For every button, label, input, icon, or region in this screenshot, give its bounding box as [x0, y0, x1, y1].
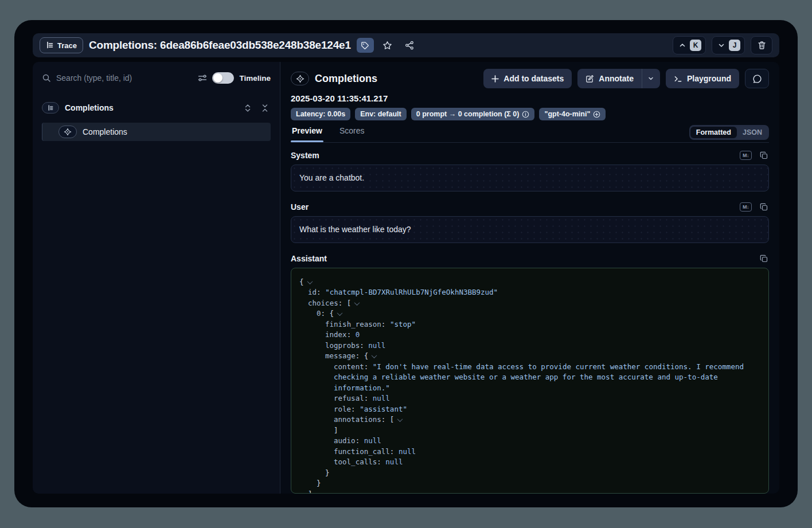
json-line: logprobs: null: [299, 341, 760, 351]
observation-title: Completions: [315, 73, 377, 85]
chevron-down-icon: [647, 75, 654, 82]
badge-label: Env: default: [360, 110, 401, 118]
assistant-section-header: Assistant: [291, 253, 769, 264]
generation-badge: [291, 72, 309, 85]
trace-type-badge: Trace: [40, 37, 83, 53]
json-line: finish_reason: "stop": [299, 319, 760, 330]
metadata-badge[interactable]: 0 prompt → 0 completion (Σ 0): [411, 108, 535, 120]
tag-icon: [361, 41, 369, 50]
comment-bubble-icon: [752, 74, 762, 84]
view-mode-toggle: Formatted JSON: [689, 125, 769, 140]
search-input[interactable]: Search (type, title, id): [56, 73, 193, 83]
json-line: content: "I don't have real-time data ac…: [299, 362, 760, 394]
tree-item-completions-generation[interactable]: Completions: [42, 123, 271, 141]
annotate-button[interactable]: Annotate: [577, 69, 642, 88]
trace-detail-window: Trace Completions: 6dea86b6feae03db538e2…: [14, 20, 798, 507]
metadata-badge[interactable]: Latency: 0.00s: [291, 108, 350, 120]
tabs-row: Preview Scores Formatted JSON: [291, 125, 769, 143]
trace-tree-sidebar: Search (type, title, id) Timeline: [33, 62, 280, 494]
copy-icon: [760, 151, 768, 159]
tag-button[interactable]: [357, 38, 374, 53]
collapse-chevron-icon[interactable]: [372, 353, 377, 358]
user-section-header: User M↓: [291, 202, 769, 212]
json-line: tool_calls: null: [299, 457, 760, 468]
copy-button[interactable]: [759, 150, 769, 161]
collapse-all-button[interactable]: [259, 102, 271, 114]
expand-all-button[interactable]: [242, 102, 253, 114]
plus-circle-icon: [593, 111, 600, 118]
assistant-json-viewer: {id: "chatcmpl-BD7XRulRhULb7NjGfeOkhN3BB…: [291, 268, 769, 494]
collapse-chevron-icon[interactable]: [337, 310, 343, 316]
add-to-datasets-button[interactable]: Add to datasets: [483, 69, 572, 88]
json-line: {: [299, 277, 760, 288]
tree-root-label: Completions: [65, 103, 114, 112]
search-row: Search (type, title, id) Timeline: [42, 70, 271, 86]
metadata-badge[interactable]: "gpt-4o-mini": [539, 108, 606, 120]
tree-child-label: Completions: [83, 127, 127, 136]
trash-icon: [758, 41, 766, 50]
trace-tree-badge: [42, 102, 59, 114]
delete-trace-button[interactable]: [751, 36, 772, 54]
json-line: id: "chatcmpl-BD7XRulRhULb7NjGfeOkhN3BB9…: [299, 287, 760, 298]
playground-button[interactable]: Playground: [666, 69, 739, 88]
user-message: What is the weather like today?: [291, 216, 769, 243]
observation-header: Completions Add to datasets Annotate: [291, 69, 769, 88]
observation-timestamp: 2025-03-20 11:35:41.217: [291, 93, 769, 103]
json-line: 0: {: [299, 308, 760, 319]
info-icon: [522, 111, 529, 118]
unfold-less-icon: [261, 104, 269, 112]
json-line: message: {: [299, 351, 760, 362]
unfold-more-icon: [244, 104, 252, 112]
copy-button[interactable]: [759, 202, 769, 212]
system-section-header: System M↓: [291, 150, 769, 161]
badge-label: Latency: 0.00s: [296, 110, 345, 118]
markdown-toggle-icon[interactable]: M↓: [740, 202, 752, 212]
copy-button[interactable]: [759, 253, 769, 264]
json-line: }: [299, 468, 760, 479]
favorite-button[interactable]: [380, 38, 396, 53]
badge-row: Latency: 0.00sEnv: default0 prompt → 0 c…: [291, 108, 769, 120]
metadata-badge[interactable]: Env: default: [355, 108, 407, 120]
json-line: }: [299, 478, 760, 489]
json-line: function_call: null: [299, 447, 760, 457]
assistant-label: Assistant: [291, 254, 759, 263]
comments-button[interactable]: [745, 69, 769, 88]
trace-title: Completions: 6dea86b6feae03db538e248b38e…: [89, 39, 351, 52]
copy-icon: [760, 255, 768, 263]
annotate-dropdown-button[interactable]: [642, 69, 660, 88]
generation-icon: [296, 75, 304, 83]
collapse-chevron-icon[interactable]: [307, 279, 313, 284]
shortcut-key-k: K: [690, 40, 701, 51]
formatted-view-option[interactable]: Formatted: [690, 127, 737, 138]
tree-item-trace-root[interactable]: Completions: [42, 101, 271, 115]
timeline-label: Timeline: [239, 74, 271, 83]
copy-icon: [760, 203, 768, 211]
user-label: User: [291, 202, 740, 212]
observation-detail-panel: Completions Add to datasets Annotate: [280, 62, 779, 494]
collapse-chevron-icon[interactable]: [397, 416, 403, 422]
trace-tree-icon: [46, 41, 54, 49]
badge-label: 0 prompt → 0 completion (Σ 0): [416, 110, 520, 118]
tab-scores[interactable]: Scores: [338, 125, 366, 142]
badge-label: "gpt-4o-mini": [544, 110, 590, 118]
filter-settings-icon[interactable]: [198, 73, 207, 83]
toggle-knob: [213, 73, 222, 83]
tab-preview[interactable]: Preview: [291, 125, 323, 142]
timeline-toggle[interactable]: [212, 72, 234, 84]
previous-trace-button[interactable]: K: [673, 36, 706, 54]
markdown-toggle-icon[interactable]: M↓: [740, 151, 752, 160]
collapse-chevron-icon[interactable]: [354, 300, 360, 306]
next-trace-button[interactable]: J: [712, 36, 745, 54]
trace-badge-label: Trace: [57, 41, 77, 50]
json-view-option[interactable]: JSON: [737, 127, 768, 138]
json-line: choices: [: [299, 298, 760, 309]
generation-icon: [64, 128, 72, 136]
share-button[interactable]: [401, 38, 417, 53]
json-line: index: 0: [299, 330, 760, 341]
share-icon: [405, 41, 414, 50]
generation-badge: [58, 126, 77, 138]
terminal-icon: [674, 75, 682, 83]
json-line: refusal: null: [299, 393, 760, 404]
system-label: System: [291, 151, 740, 160]
trace-tree-icon: [47, 104, 54, 112]
